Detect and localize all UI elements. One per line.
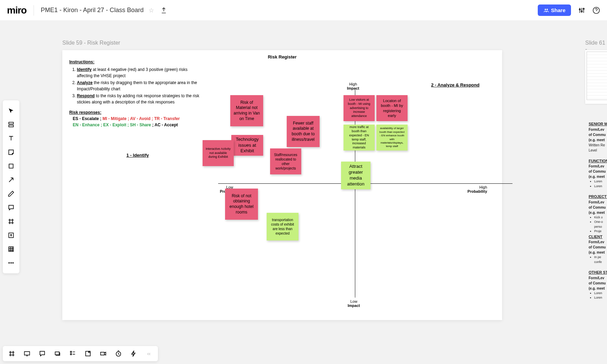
sticky-transport-costs[interactable]: transportation costs of exhibit are less… bbox=[267, 213, 298, 240]
analyze-label: 2 - Analyze & Respond bbox=[431, 82, 480, 88]
miro-logo: miro bbox=[7, 5, 27, 16]
instructions-heading: Instructions: bbox=[69, 60, 95, 64]
next-frame-content bbox=[585, 50, 607, 101]
share-button[interactable]: Share bbox=[538, 4, 571, 16]
topbar-right: Share bbox=[538, 4, 600, 16]
export-icon[interactable] bbox=[160, 7, 167, 14]
identify-label: 1 - Identify bbox=[126, 153, 149, 158]
sticky-fewer-staff[interactable]: Fewer staff available at booth due to il… bbox=[287, 116, 320, 147]
svg-point-4 bbox=[583, 8, 584, 9]
sticky-tech-issues[interactable]: Technology issues at Exhibit bbox=[231, 135, 263, 156]
instruction-3: Respond to the risks by adding risk resp… bbox=[77, 93, 201, 105]
settings-icon[interactable] bbox=[578, 7, 586, 14]
canvas[interactable]: Slide 59 - Risk Register Slide 61 - Risk… bbox=[0, 21, 607, 364]
slide-59-label: Slide 59 - Risk Register bbox=[62, 40, 120, 46]
top-bar: miro PME1 - Kiron - April 27 - Class Boa… bbox=[0, 0, 607, 21]
instruction-1: Identify at least 4 negative (red) and 3… bbox=[77, 66, 201, 79]
sticky-resources-reallocated[interactable]: Staff/resources reallocated to other wor… bbox=[270, 148, 301, 174]
sticky-larger-booth[interactable]: availability of larger booth than expect… bbox=[376, 125, 408, 151]
instruction-2: Analyze the risks by dragging them to th… bbox=[77, 80, 201, 92]
svg-point-1 bbox=[547, 9, 548, 10]
svg-point-3 bbox=[581, 10, 582, 12]
responses-line-2: EN - Enhance ; EX - Exploit ; SH - Share… bbox=[73, 122, 178, 127]
svg-point-0 bbox=[545, 9, 546, 10]
instructions: Instructions: Identify at least 4 negati… bbox=[69, 59, 201, 128]
axis-low-impact: LowImpact bbox=[348, 299, 360, 308]
star-icon[interactable]: ☆ bbox=[149, 7, 154, 14]
divider bbox=[34, 5, 34, 16]
share-label: Share bbox=[551, 7, 565, 13]
help-icon[interactable] bbox=[592, 7, 600, 14]
sticky-booth-location[interactable]: Locaton of booth - MI by registering ear… bbox=[376, 95, 408, 121]
next-frame-preview[interactable] bbox=[585, 50, 607, 104]
frame-title: Risk Register bbox=[268, 54, 296, 60]
sticky-media-attention[interactable]: Attract greater media attention bbox=[341, 162, 371, 189]
axis-high-prob: HighProbability bbox=[467, 185, 487, 193]
responses-heading: Risk responses: bbox=[69, 109, 101, 116]
axis-high-impact: HighImpact bbox=[347, 82, 359, 90]
board-title[interactable]: PME1 - Kiron - April 27 - Class Board bbox=[41, 7, 144, 14]
next-doc-fragment: SENIOR M Form/Lev of Commu (e.g. meet Wr… bbox=[589, 121, 607, 300]
risk-register-frame[interactable]: Risk Register Instructions: Identify at … bbox=[62, 50, 502, 320]
axis-vertical bbox=[355, 90, 355, 298]
sticky-low-visitors[interactable]: Low visitors at booth - MI using adverti… bbox=[343, 95, 375, 121]
sticky-hotel-rooms[interactable]: Risk of not obtaining enough hotel rooms bbox=[225, 189, 258, 220]
sticky-interactive-activity[interactable]: Interactive Activity not available durin… bbox=[203, 140, 234, 166]
responses-line-1: ES - Escalate ; MI - Mitigate ; AV - Avo… bbox=[73, 116, 180, 121]
sticky-material-van[interactable]: Risk of Material not arriving in Van on … bbox=[230, 95, 263, 126]
svg-point-2 bbox=[579, 9, 581, 10]
sticky-more-traffic[interactable]: more traffic at booth than expected - EN… bbox=[343, 125, 375, 151]
